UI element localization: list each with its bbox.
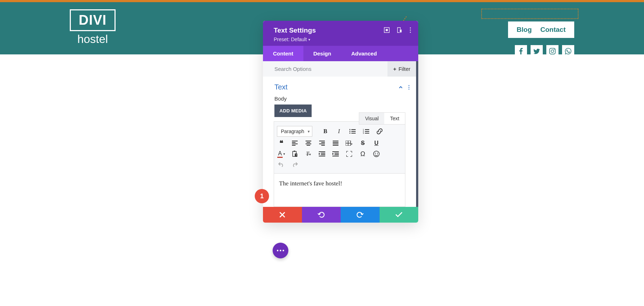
cancel-button[interactable] [263, 207, 302, 223]
content-editor[interactable]: The internet's fave hostel! [274, 174, 405, 207]
collapse-icon[interactable] [398, 85, 403, 90]
panel-footer [263, 207, 418, 223]
preset-selector[interactable]: Preset: Default▾ [274, 37, 316, 42]
more-icon[interactable] [410, 27, 411, 33]
nav-contact[interactable]: Contact [540, 26, 566, 34]
link-icon[interactable] [375, 127, 384, 136]
text-color-icon[interactable]: A▾ [277, 150, 286, 158]
svg-point-8 [409, 87, 410, 88]
special-char-icon[interactable]: Ω [358, 150, 367, 158]
builder-fab[interactable] [273, 243, 288, 258]
expand-icon[interactable] [384, 27, 390, 33]
indent-icon[interactable] [331, 150, 340, 158]
svg-rect-50 [332, 151, 339, 152]
svg-rect-31 [321, 142, 325, 143]
align-center-icon[interactable] [304, 139, 313, 147]
svg-point-4 [410, 28, 411, 29]
svg-text:▾: ▾ [351, 142, 352, 146]
section-title-text[interactable]: Text [274, 83, 288, 91]
social-icons [515, 45, 574, 57]
svg-rect-28 [306, 144, 311, 144]
underline-icon[interactable]: U [372, 139, 381, 147]
save-button[interactable] [380, 207, 419, 223]
logo-main: DIVI [70, 9, 116, 31]
nav-blog[interactable]: Blog [517, 26, 532, 34]
text-settings-panel: Text Settings Preset: Default▾ Content D… [263, 21, 418, 223]
search-row: +Filter [263, 61, 416, 77]
search-options-input[interactable] [263, 61, 387, 77]
svg-rect-35 [333, 142, 338, 143]
header-right: THE INTERNET'S FAVE HOSTEL! Blog Contact [508, 9, 574, 57]
ul-icon[interactable] [348, 127, 357, 136]
svg-rect-37 [333, 145, 338, 146]
svg-text:3: 3 [363, 132, 364, 134]
section-header: Text [263, 77, 416, 96]
redo-button[interactable] [341, 207, 380, 223]
add-media-button[interactable]: ADD MEDIA [274, 105, 312, 117]
instagram-icon[interactable] [546, 45, 558, 57]
svg-point-57 [277, 250, 278, 251]
svg-rect-24 [292, 144, 298, 144]
svg-rect-13 [351, 131, 356, 132]
panel-header[interactable]: Text Settings Preset: Default▾ [263, 21, 418, 46]
panel-tabs: Content Design Advanced [263, 46, 418, 61]
tagline-module[interactable]: THE INTERNET'S FAVE HOSTEL! [481, 9, 579, 19]
main-nav: Blog Contact [508, 21, 574, 38]
filter-button[interactable]: +Filter [387, 61, 416, 77]
format-dropdown[interactable]: Paragraph [277, 126, 312, 137]
twitter-icon[interactable] [531, 45, 543, 57]
table-icon[interactable]: ▾ [345, 139, 353, 147]
visual-tab[interactable]: Visual [359, 113, 384, 124]
whatsapp-icon[interactable] [562, 45, 574, 57]
italic-icon[interactable]: I [335, 127, 343, 136]
bold-icon[interactable]: B [321, 127, 330, 136]
editor-mode-tabs: Visual Text [359, 112, 405, 125]
svg-point-9 [409, 88, 410, 89]
section-more-icon[interactable] [408, 85, 410, 90]
outdent-icon[interactable] [318, 150, 326, 158]
svg-rect-30 [319, 141, 325, 141]
svg-rect-3 [400, 29, 402, 33]
panel-title: Text Settings [274, 26, 316, 34]
svg-rect-15 [351, 133, 356, 133]
svg-rect-53 [332, 156, 339, 156]
svg-rect-32 [319, 144, 325, 144]
undo-button[interactable] [302, 207, 341, 223]
body-label: Body [263, 96, 416, 105]
svg-rect-1 [386, 29, 388, 31]
svg-rect-23 [292, 142, 296, 143]
clear-format-icon[interactable]: Tx [304, 150, 313, 158]
quote-icon[interactable]: ❝ [277, 139, 286, 147]
svg-rect-26 [306, 141, 311, 141]
strikethrough-icon[interactable]: S [358, 139, 367, 147]
paste-icon[interactable]: T [291, 150, 299, 158]
svg-rect-27 [307, 142, 310, 143]
emoji-icon[interactable] [372, 150, 381, 158]
logo[interactable]: DIVI hostel [70, 9, 116, 46]
align-justify-icon[interactable] [331, 139, 340, 147]
svg-rect-47 [321, 153, 325, 154]
svg-rect-19 [365, 131, 369, 132]
undo-icon[interactable] [277, 160, 286, 169]
tab-content[interactable]: Content [263, 46, 303, 61]
facebook-icon[interactable] [515, 45, 527, 57]
svg-point-6 [410, 32, 411, 33]
responsive-icon[interactable] [397, 27, 402, 33]
svg-rect-48 [321, 154, 325, 155]
fullscreen-icon[interactable] [345, 150, 353, 158]
svg-rect-43 [294, 151, 295, 152]
svg-rect-11 [351, 129, 356, 130]
tab-design[interactable]: Design [303, 46, 341, 61]
svg-rect-17 [365, 129, 369, 130]
svg-rect-34 [333, 141, 338, 141]
text-tab[interactable]: Text [384, 113, 405, 124]
redo-icon[interactable] [291, 160, 299, 169]
ol-icon[interactable]: 123 [362, 127, 370, 136]
svg-rect-21 [365, 133, 369, 133]
tab-advanced[interactable]: Advanced [341, 46, 387, 61]
svg-point-58 [280, 250, 281, 251]
align-left-icon[interactable] [291, 139, 299, 147]
align-right-icon[interactable] [318, 139, 326, 147]
svg-rect-22 [292, 141, 298, 141]
step-badge: 1 [255, 189, 269, 203]
